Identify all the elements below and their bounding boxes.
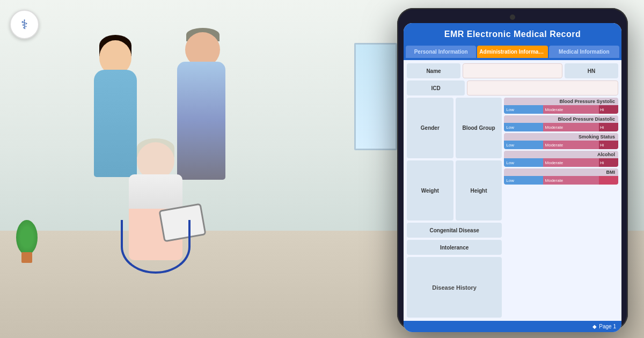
alcohol-low[interactable]: Low [504, 158, 543, 167]
smoking-indicator: Smoking Status Low Moderate Hi [504, 133, 618, 149]
emr-footer: ◆ Page 1 [404, 321, 621, 332]
congenital-label: Congenital Disease [407, 223, 502, 238]
plant [16, 220, 38, 263]
bp-diastolic-indicator: Blood Pressure Diastolic Low Moderate Hi [504, 115, 618, 131]
emr-form-content: Name HN ICD [404, 60, 621, 321]
bmi-title: BMI [504, 168, 618, 176]
hn-label: HN [565, 63, 618, 78]
bmi-bar: Low Moderate [504, 176, 618, 185]
intolerance-label: Intolerance [407, 240, 502, 255]
dna-icon: ⚕ [21, 17, 28, 32]
bmi-low[interactable]: Low [504, 176, 543, 185]
main-content-area: Gender Blood Group Weight Height [407, 98, 618, 318]
indicators-panel: Blood Pressure Systolic Low Moderate Hi [504, 98, 618, 318]
bmi-high [599, 176, 618, 185]
disease-history-label: Disease History [407, 257, 502, 318]
bp-diastolic-low[interactable]: Low [504, 123, 543, 131]
prev-page-icon[interactable]: ◆ [592, 324, 597, 329]
weight-label: Weight [407, 160, 453, 221]
icd-row: ICD [407, 80, 618, 95]
congenital-row: Congenital Disease [407, 223, 502, 238]
bp-systolic-low[interactable]: Low [504, 105, 543, 114]
bp-diastolic-moderate[interactable]: Moderate [543, 123, 599, 131]
name-hn-row: Name HN [407, 63, 618, 78]
disease-history-row: Disease History [407, 257, 502, 318]
emr-header: EMR Electronic Medical Record [404, 23, 621, 46]
bp-systolic-indicator: Blood Pressure Systolic Low Moderate Hi [504, 98, 618, 114]
wheelchair [121, 220, 191, 274]
page-label: Page 1 [599, 324, 616, 329]
height-label: Height [456, 160, 502, 221]
icd-value[interactable] [467, 80, 618, 95]
bmi-indicator: BMI Low Moderate [504, 168, 618, 185]
blood-group-label: Blood Group [456, 98, 502, 158]
smoking-high[interactable]: Hi [599, 141, 618, 149]
alcohol-moderate[interactable]: Moderate [543, 158, 599, 167]
intolerance-row: Intolerance [407, 240, 502, 255]
name-label: Name [407, 63, 460, 78]
tablet-camera [510, 14, 515, 20]
bp-systolic-moderate[interactable]: Moderate [543, 105, 599, 114]
alcohol-title: Alcohol [504, 151, 618, 158]
emr-title: EMR Electronic Medical Record [444, 30, 581, 39]
alcohol-high[interactable]: Hi [599, 158, 618, 167]
tab-personal-info[interactable]: Personal Information [406, 46, 476, 58]
emr-tab-bar: Personal Information Administration Info… [404, 46, 621, 60]
alcohol-indicator: Alcohol Low Moderate Hi [504, 151, 618, 167]
bp-systolic-title: Blood Pressure Systolic [504, 98, 618, 105]
weight-height-row: Weight Height [407, 160, 502, 221]
app-logo[interactable]: ⚕ [10, 10, 39, 39]
window [354, 43, 397, 150]
icd-label: ICD [407, 80, 465, 95]
tablet-screen: EMR Electronic Medical Record Personal I… [404, 23, 621, 332]
smoking-moderate[interactable]: Moderate [543, 141, 599, 149]
gender-label: Gender [407, 98, 453, 158]
smoking-bar: Low Moderate Hi [504, 141, 618, 149]
tablet-device: EMR Electronic Medical Record Personal I… [397, 8, 628, 330]
name-value[interactable] [463, 63, 562, 78]
tab-medical-info[interactable]: Medical Information [549, 46, 619, 58]
bmi-moderate[interactable]: Moderate [543, 176, 599, 185]
bp-diastolic-bar: Low Moderate Hi [504, 123, 618, 131]
alcohol-bar: Low Moderate Hi [504, 158, 618, 167]
left-form-panel: Gender Blood Group Weight Height [407, 98, 502, 318]
nurse-body [94, 70, 137, 177]
bp-diastolic-title: Blood Pressure Diastolic [504, 115, 618, 123]
man-body [177, 62, 225, 180]
smoking-low[interactable]: Low [504, 141, 543, 149]
tab-administration-info[interactable]: Administration Information [477, 46, 547, 58]
bp-systolic-high[interactable]: Hi [599, 105, 618, 114]
smoking-title: Smoking Status [504, 133, 618, 141]
bp-systolic-bar: Low Moderate Hi [504, 105, 618, 114]
gender-bloodgroup-row: Gender Blood Group [407, 98, 502, 158]
bp-diastolic-high[interactable]: Hi [599, 123, 618, 131]
